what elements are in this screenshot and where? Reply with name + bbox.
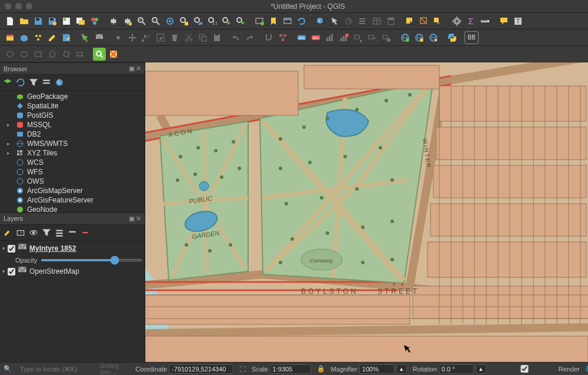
deselect-button[interactable] [417, 15, 430, 28]
lock-scale-icon[interactable]: 🔒 [317, 365, 325, 373]
statistics-button[interactable]: Σ [465, 15, 477, 28]
action-button[interactable] [342, 15, 355, 28]
diagram-button[interactable] [323, 31, 336, 44]
refresh-browser-icon[interactable] [15, 77, 26, 88]
delete-selected-button[interactable] [168, 31, 181, 44]
web-metasearch-button[interactable] [427, 31, 440, 44]
layer-row-osm[interactable]: ▾ OpenStreetMap [0, 265, 145, 278]
add-raster-button[interactable] [93, 31, 106, 44]
vertex-tool-button[interactable] [140, 31, 153, 44]
redo-button[interactable] [243, 31, 256, 44]
collapse-all-icon[interactable] [41, 77, 52, 88]
map-canvas[interactable]: PUBLIC GARDEN Cemetery BOYLSTON STREET A… [145, 62, 588, 362]
rotation-input[interactable] [439, 364, 474, 374]
extents-toggle-icon[interactable]: ⛶ [239, 366, 246, 373]
undock-layers-panel-icon[interactable]: ▣ [129, 215, 135, 223]
shape-ellipse-button[interactable] [18, 48, 31, 61]
filter-legend-icon[interactable] [41, 227, 52, 238]
label-toolbar-abc-red-button[interactable]: abc [309, 31, 322, 44]
python-console-button[interactable] [446, 31, 459, 44]
select-features-button[interactable] [403, 15, 416, 28]
add-group-icon[interactable]: + [15, 227, 26, 238]
style-manager-button[interactable] [88, 15, 101, 28]
actions-dropdown[interactable] [356, 15, 369, 28]
plugin-bb-button[interactable]: BB [465, 31, 479, 44]
shape-annotation-button[interactable] [74, 48, 87, 61]
scale-input[interactable] [270, 364, 311, 374]
new-geopackage-button[interactable] [18, 31, 31, 44]
minimize-window-button[interactable] [15, 3, 22, 9]
annotation-text-button[interactable]: T [512, 15, 524, 28]
locator-input[interactable] [18, 365, 94, 373]
rotation-stepper[interactable]: ▴ [476, 364, 486, 374]
paste-features-button[interactable] [211, 31, 223, 44]
select-by-value-button[interactable]: ε [432, 15, 445, 28]
shape-rotated-rect-button[interactable] [60, 48, 73, 61]
browser-item-arcgisfeat[interactable]: ArcGisFeatureServer [0, 195, 145, 205]
layer-labeling-rotate-button[interactable] [366, 31, 379, 44]
expand-icon[interactable]: ▾ [2, 245, 5, 251]
web-wfs-button[interactable] [413, 31, 426, 44]
new-shapefile-button[interactable] [32, 31, 45, 44]
zoom-layer-button[interactable] [192, 15, 205, 28]
layout-manager-button[interactable] [74, 15, 87, 28]
web-wms-button[interactable] [399, 31, 412, 44]
maximize-window-button[interactable] [26, 3, 32, 9]
new-bookmark-button[interactable] [267, 15, 280, 28]
add-feature-button[interactable] [112, 31, 125, 44]
cut-features-button[interactable] [182, 31, 195, 44]
layer-visibility-checkbox[interactable] [8, 245, 15, 253]
browser-item-postgis[interactable]: PostGIS [0, 111, 145, 120]
georeferencer-find-button[interactable] [93, 48, 106, 61]
zoom-next-button[interactable] [234, 15, 247, 28]
close-window-button[interactable] [5, 3, 11, 9]
browser-item-wms[interactable]: ▸WMS/WMTS [0, 139, 145, 148]
manage-visibility-icon[interactable] [28, 227, 39, 238]
zoom-full-button[interactable] [163, 15, 176, 28]
browser-item-geopackage[interactable]: GeoPackage [0, 92, 145, 101]
browser-tree[interactable]: GeoPackage SpatiaLite PostGIS ▸MSSQL DB2… [0, 91, 145, 213]
save-project-button[interactable] [32, 15, 45, 28]
shape-circle-button[interactable] [4, 48, 16, 61]
label-props-button[interactable] [380, 31, 393, 44]
open-calculator-button[interactable] [385, 15, 397, 28]
zoom-in-button[interactable]: + [135, 15, 148, 28]
close-panel-icon[interactable]: ✕ [136, 65, 141, 72]
expand-all-icon[interactable] [54, 227, 65, 238]
remove-layer-icon[interactable] [80, 227, 91, 238]
data-source-manager-button[interactable] [4, 31, 16, 44]
magnifier-input[interactable] [359, 364, 395, 374]
move-feature-button[interactable] [126, 31, 139, 44]
layer-visibility-checkbox[interactable] [8, 268, 15, 276]
map-tips-button[interactable] [497, 15, 510, 28]
add-vector-button[interactable]: V [79, 31, 92, 44]
browser-item-mssql[interactable]: ▸MSSQL [0, 120, 145, 130]
render-checkbox[interactable] [492, 365, 557, 373]
browser-item-ows[interactable]: OWS [0, 177, 145, 186]
properties-browser-icon[interactable]: i [54, 77, 65, 88]
toolbox-button[interactable] [450, 15, 463, 28]
add-layer-icon[interactable] [2, 77, 13, 88]
measure-button[interactable] [479, 15, 492, 28]
browser-item-spatialite[interactable]: SpatiaLite [0, 101, 145, 111]
new-print-layout-button[interactable] [60, 15, 73, 28]
browser-item-wfs[interactable]: WFS [0, 167, 145, 177]
zoom-native-button[interactable]: 1:1 [206, 15, 219, 28]
georeferencer-button[interactable] [107, 48, 120, 61]
enable-snapping-button[interactable] [262, 31, 275, 44]
layer-labeling-move-button[interactable] [352, 31, 365, 44]
undo-button[interactable] [229, 31, 242, 44]
open-table-button[interactable] [370, 15, 383, 28]
pan-selection-button[interactable] [121, 15, 134, 28]
browser-item-geonode[interactable]: GeoNode [0, 205, 145, 213]
save-edits-button[interactable] [60, 31, 73, 44]
label-toolbar-abc-button[interactable]: abc [295, 31, 308, 44]
copy-features-button[interactable] [196, 31, 209, 44]
browser-item-xyz[interactable]: ▸XYZ Tiles [0, 148, 145, 158]
browser-panel-header[interactable]: Browser ▣ ✕ [0, 62, 145, 75]
browser-item-db2[interactable]: DB2 [0, 130, 145, 139]
browser-item-arcgismap[interactable]: ArcGisMapServer [0, 186, 145, 195]
temporal-controller-button[interactable] [281, 15, 294, 28]
zoom-last-button[interactable] [220, 15, 233, 28]
open-project-button[interactable] [18, 15, 31, 28]
